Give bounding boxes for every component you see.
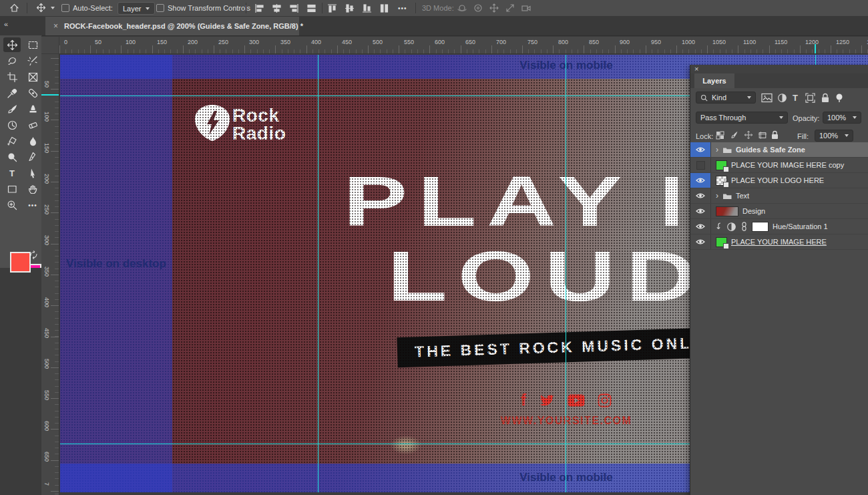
show-transform-controls-checkbox[interactable] — [156, 4, 164, 12]
filter-pixel-layers-icon[interactable] — [761, 93, 773, 103]
3d-slide-icon[interactable] — [505, 3, 515, 13]
more-align-options-icon[interactable]: ••• — [398, 5, 407, 12]
align-vertical-centers-icon[interactable] — [345, 3, 355, 13]
layer-row[interactable]: PLACE YOUR IMAGE HERE copy — [690, 158, 868, 173]
visibility-toggle[interactable] — [690, 158, 711, 172]
layer-name[interactable]: PLACE YOUR IMAGE HERE — [731, 238, 827, 246]
tab-layers[interactable]: Layers — [694, 73, 734, 88]
filter-toggle-icon[interactable] — [835, 93, 843, 104]
distribute-vertical-icon[interactable] — [379, 3, 389, 13]
lock-transparent-pixels-icon[interactable] — [716, 131, 724, 140]
align-top-edges-icon[interactable] — [327, 3, 337, 13]
ruler-corner[interactable] — [41, 37, 59, 54]
visibility-toggle[interactable] — [690, 173, 711, 188]
blend-mode-dropdown[interactable]: Pass Through — [696, 112, 788, 124]
horizontal-ruler[interactable]: 0 50 100 150 200 250 300 350 400 450 500… — [59, 37, 868, 54]
filter-type-layers-icon[interactable]: T — [793, 93, 798, 103]
lock-artboard-icon[interactable] — [758, 131, 767, 140]
hand-tool[interactable] — [24, 182, 41, 196]
magic-wand-tool[interactable] — [24, 53, 41, 68]
align-horizontal-centers-icon[interactable] — [272, 3, 282, 13]
clone-stamp-tool[interactable] — [24, 102, 41, 116]
visibility-toggle[interactable] — [690, 219, 711, 234]
blur-tool[interactable] — [24, 134, 41, 148]
opacity-input[interactable]: 100% — [823, 112, 861, 124]
mask-link-icon[interactable] — [740, 222, 748, 231]
layer-row[interactable]: Design — [690, 204, 868, 219]
eyedropper-tool[interactable] — [3, 86, 21, 100]
layer-row[interactable]: › Guides & Safe Zone — [690, 142, 868, 158]
type-tool[interactable]: T — [3, 166, 21, 180]
layer-thumbnail[interactable] — [716, 160, 727, 170]
gradient-tool[interactable] — [3, 134, 21, 148]
layer-name[interactable]: Guides & Safe Zone — [736, 146, 805, 154]
3d-orbit-icon[interactable] — [457, 3, 467, 13]
layer-thumbnail[interactable] — [716, 206, 738, 216]
visibility-toggle[interactable] — [690, 234, 711, 249]
search-icon — [700, 94, 708, 102]
pen-tool[interactable] — [24, 150, 41, 164]
lock-position-icon[interactable] — [744, 130, 753, 140]
layer-name[interactable]: Design — [742, 207, 765, 215]
layer-row[interactable]: PLACE YOUR LOGO HERE — [690, 173, 868, 188]
eraser-tool[interactable] — [24, 118, 41, 132]
lock-all-icon[interactable] — [771, 130, 779, 140]
home-icon[interactable] — [9, 3, 19, 13]
zoom-tool[interactable] — [3, 198, 21, 212]
frame-tool[interactable] — [24, 69, 41, 84]
collapse-panels-icon[interactable]: « — [4, 20, 8, 28]
move-tool[interactable] — [3, 37, 21, 52]
layer-name[interactable]: PLACE YOUR IMAGE HERE copy — [731, 161, 844, 169]
layer-thumbnail[interactable] — [716, 237, 727, 247]
history-brush-tool[interactable] — [3, 118, 21, 132]
folder-icon — [722, 146, 732, 153]
3d-camera-icon[interactable] — [521, 3, 531, 13]
tab-close-icon[interactable]: × — [53, 21, 58, 31]
adjustment-layer-icon[interactable] — [726, 222, 736, 232]
3d-roll-icon[interactable] — [473, 3, 483, 13]
auto-select-checkbox[interactable] — [61, 4, 69, 12]
align-left-edges-icon[interactable] — [254, 3, 264, 13]
visibility-toggle[interactable] — [690, 204, 711, 218]
rectangular-marquee-tool[interactable] — [24, 37, 41, 52]
panel-close-icon[interactable]: × — [694, 65, 698, 73]
tool-preset-chevron-icon[interactable] — [51, 7, 55, 9]
group-twirl-icon[interactable]: › — [716, 145, 718, 154]
layer-row[interactable]: › Text — [690, 188, 868, 204]
layer-thumbnail[interactable] — [716, 176, 727, 186]
crop-tool[interactable] — [3, 69, 21, 84]
layer-name[interactable]: Text — [736, 192, 749, 200]
layer-row[interactable]: PLACE YOUR IMAGE HERE — [690, 234, 868, 250]
layer-row[interactable]: Hue/Saturation 1 — [690, 219, 868, 234]
filter-smart-objects-icon[interactable] — [821, 93, 830, 103]
filter-shape-layers-icon[interactable] — [805, 93, 815, 103]
group-twirl-icon[interactable]: › — [716, 191, 718, 200]
filter-adjustment-layers-icon[interactable] — [777, 93, 787, 103]
layer-name[interactable]: Hue/Saturation 1 — [773, 222, 828, 230]
edit-toolbar-icon[interactable]: ••• — [24, 198, 41, 212]
spot-healing-brush-tool[interactable] — [24, 86, 41, 100]
align-bottom-edges-icon[interactable] — [362, 3, 372, 13]
options-bar: Auto-Select: Layer Show Transform Contro… — [0, 0, 868, 17]
layer-mask-thumbnail[interactable] — [752, 222, 769, 232]
lasso-tool[interactable] — [3, 53, 21, 68]
ruler-tick-label: 50 — [43, 81, 50, 88]
document-tab[interactable]: × ROCK-Facebook_header.psd @ 200% (Guide… — [45, 17, 299, 35]
filter-kind-dropdown[interactable]: Kind — [696, 92, 756, 104]
distribute-horizontal-icon[interactable] — [306, 3, 316, 13]
path-selection-tool[interactable] — [24, 166, 41, 180]
fill-input[interactable]: 100% — [815, 130, 853, 142]
visibility-toggle[interactable] — [690, 188, 711, 203]
dodge-tool[interactable] — [3, 150, 21, 164]
visibility-toggle[interactable] — [690, 142, 711, 157]
lock-image-pixels-icon[interactable] — [730, 130, 739, 140]
brush-tool[interactable] — [3, 102, 21, 116]
foreground-color-swatch[interactable] — [10, 252, 31, 273]
layer-name[interactable]: PLACE YOUR LOGO HERE — [731, 176, 824, 184]
auto-select-target-dropdown[interactable]: Layer — [118, 2, 155, 15]
vertical-ruler[interactable]: 0 50 100 150 200 250 300 350 400 450 500… — [41, 53, 59, 495]
3d-pan-icon[interactable] — [489, 3, 499, 13]
align-right-edges-icon[interactable] — [289, 3, 299, 13]
move-tool-preset-icon[interactable] — [36, 3, 46, 13]
rectangle-tool[interactable] — [3, 182, 21, 196]
